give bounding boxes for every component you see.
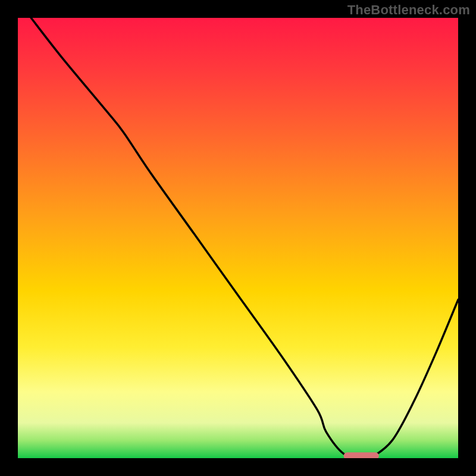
watermark-text: TheBottleneck.com (347, 2, 470, 18)
optimal-range-marker (344, 452, 379, 458)
bottleneck-chart (18, 18, 458, 458)
chart-frame: TheBottleneck.com (0, 0, 476, 476)
plot-area (18, 18, 458, 458)
